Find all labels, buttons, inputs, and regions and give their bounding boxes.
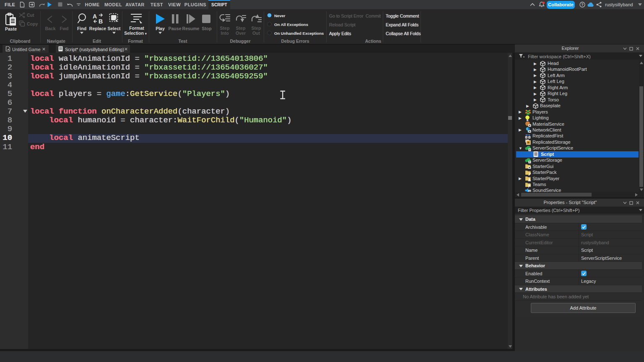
svg-text:?: ? <box>581 3 584 7</box>
svg-text:B: B <box>99 18 103 24</box>
svg-text:A: A <box>93 13 97 20</box>
